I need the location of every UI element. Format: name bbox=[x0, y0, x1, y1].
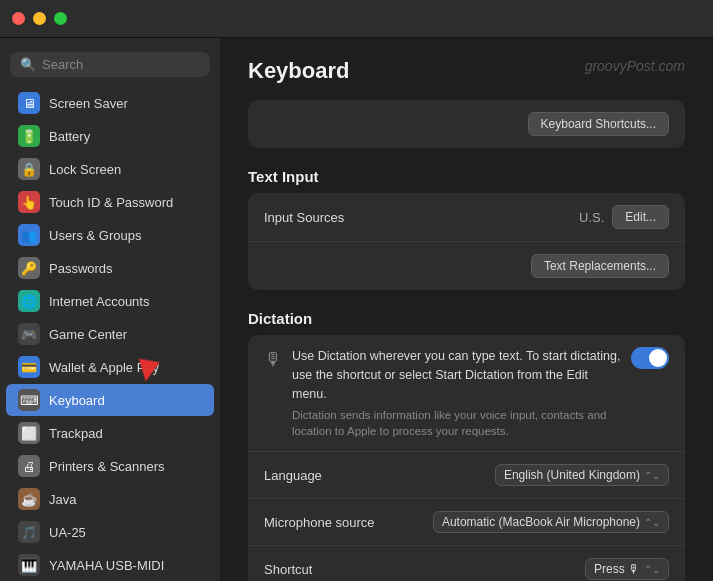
sidebar-item-passwords[interactable]: 🔑Passwords bbox=[6, 252, 214, 284]
dictation-title: Dictation bbox=[248, 310, 685, 327]
ua-25-icon: 🎵 bbox=[18, 521, 40, 543]
users-groups-label: Users & Groups bbox=[49, 228, 141, 243]
close-button[interactable] bbox=[12, 12, 25, 25]
touch-id-label: Touch ID & Password bbox=[49, 195, 173, 210]
internet-accounts-icon: 🌐 bbox=[18, 290, 40, 312]
game-center-label: Game Center bbox=[49, 327, 127, 342]
main-layout: 🔍 🖥Screen Saver🔋Battery🔒Lock Screen👆Touc… bbox=[0, 38, 713, 581]
screen-saver-icon: 🖥 bbox=[18, 92, 40, 114]
printers-scanners-icon: 🖨 bbox=[18, 455, 40, 477]
text-replacements-button[interactable]: Text Replacements... bbox=[531, 254, 669, 278]
printers-scanners-label: Printers & Scanners bbox=[49, 459, 165, 474]
wallet-pay-label: Wallet & Apple Pay bbox=[49, 360, 159, 375]
shortcuts-row: Keyboard Shortcuts... bbox=[248, 100, 685, 148]
sidebar-item-trackpad[interactable]: ⬜Trackpad bbox=[6, 417, 214, 449]
shortcut-select[interactable]: Press 🎙 ⌃⌄ bbox=[585, 558, 669, 580]
search-icon: 🔍 bbox=[20, 57, 36, 72]
dictation-section: Dictation 🎙 Use Dictation wherever you c… bbox=[248, 310, 685, 581]
dictation-sub-text: Dictation sends information like your vo… bbox=[292, 407, 621, 439]
mic-source-label: Microphone source bbox=[264, 515, 433, 530]
sidebar-items-container: 🖥Screen Saver🔋Battery🔒Lock Screen👆Touch … bbox=[0, 87, 220, 581]
input-sources-label: Input Sources bbox=[264, 210, 579, 225]
microphone-icon: 🎙 bbox=[264, 349, 282, 370]
sidebar-item-internet-accounts[interactable]: 🌐Internet Accounts bbox=[6, 285, 214, 317]
lock-screen-label: Lock Screen bbox=[49, 162, 121, 177]
language-value: English (United Kingdom) bbox=[504, 468, 640, 482]
trackpad-icon: ⬜ bbox=[18, 422, 40, 444]
input-sources-value: U.S. bbox=[579, 210, 604, 225]
internet-accounts-label: Internet Accounts bbox=[49, 294, 149, 309]
language-label: Language bbox=[264, 468, 495, 483]
sidebar-item-lock-screen[interactable]: 🔒Lock Screen bbox=[6, 153, 214, 185]
screen-saver-label: Screen Saver bbox=[49, 96, 128, 111]
sidebar-item-screen-saver[interactable]: 🖥Screen Saver bbox=[6, 87, 214, 119]
keyboard-shortcuts-section: Keyboard Shortcuts... bbox=[248, 100, 685, 148]
language-chevron-icon: ⌃⌄ bbox=[644, 470, 660, 481]
touch-id-icon: 👆 bbox=[18, 191, 40, 213]
minimize-button[interactable] bbox=[33, 12, 46, 25]
mic-source-chevron-icon: ⌃⌄ bbox=[644, 517, 660, 528]
game-center-icon: 🎮 bbox=[18, 323, 40, 345]
sidebar-item-wallet-pay[interactable]: 💳Wallet & Apple Pay bbox=[6, 351, 214, 383]
battery-icon: 🔋 bbox=[18, 125, 40, 147]
watermark: groovyPost.com bbox=[585, 58, 685, 74]
traffic-lights bbox=[12, 12, 67, 25]
java-label: Java bbox=[49, 492, 76, 507]
ua-25-label: UA-25 bbox=[49, 525, 86, 540]
search-box[interactable]: 🔍 bbox=[10, 52, 210, 77]
dictation-main-text: Use Dictation wherever you can type text… bbox=[292, 347, 621, 403]
sidebar-item-users-groups[interactable]: 👥Users & Groups bbox=[6, 219, 214, 251]
wallet-pay-icon: 💳 bbox=[18, 356, 40, 378]
sidebar-item-printers-scanners[interactable]: 🖨Printers & Scanners bbox=[6, 450, 214, 482]
trackpad-label: Trackpad bbox=[49, 426, 103, 441]
mic-source-row: Microphone source Automatic (MacBook Air… bbox=[248, 499, 685, 546]
edit-button[interactable]: Edit... bbox=[612, 205, 669, 229]
keyboard-shortcuts-button[interactable]: Keyboard Shortcuts... bbox=[528, 112, 669, 136]
shortcut-row: Shortcut Press 🎙 ⌃⌄ bbox=[248, 546, 685, 581]
mic-source-value: Automatic (MacBook Air Microphone) bbox=[442, 515, 640, 529]
keyboard-label: Keyboard bbox=[49, 393, 105, 408]
text-input-card: Input Sources U.S. Edit... Text Replacem… bbox=[248, 193, 685, 290]
mic-source-select[interactable]: Automatic (MacBook Air Microphone) ⌃⌄ bbox=[433, 511, 669, 533]
shortcut-chevron-icon: ⌃⌄ bbox=[644, 564, 660, 575]
maximize-button[interactable] bbox=[54, 12, 67, 25]
yamaha-midi-icon: 🎹 bbox=[18, 554, 40, 576]
users-groups-icon: 👥 bbox=[18, 224, 40, 246]
sidebar-item-yamaha-midi[interactable]: 🎹YAMAHA USB-MIDI bbox=[6, 549, 214, 581]
shortcut-value: Press 🎙 bbox=[594, 562, 640, 576]
java-icon: ☕ bbox=[18, 488, 40, 510]
dictation-card: 🎙 Use Dictation wherever you can type te… bbox=[248, 335, 685, 581]
content-area: groovyPost.com Keyboard Keyboard Shortcu… bbox=[220, 38, 713, 581]
title-bar bbox=[0, 0, 713, 38]
language-row: Language English (United Kingdom) ⌃⌄ bbox=[248, 452, 685, 499]
language-select[interactable]: English (United Kingdom) ⌃⌄ bbox=[495, 464, 669, 486]
passwords-icon: 🔑 bbox=[18, 257, 40, 279]
sidebar-item-keyboard[interactable]: ⌨Keyboard bbox=[6, 384, 214, 416]
sidebar-item-java[interactable]: ☕Java bbox=[6, 483, 214, 515]
dictation-toggle[interactable] bbox=[631, 347, 669, 369]
sidebar-item-touch-id[interactable]: 👆Touch ID & Password bbox=[6, 186, 214, 218]
text-replacements-row: Text Replacements... bbox=[248, 242, 685, 290]
text-input-section: Text Input Input Sources U.S. Edit... Te… bbox=[248, 168, 685, 290]
passwords-label: Passwords bbox=[49, 261, 113, 276]
shortcut-label: Shortcut bbox=[264, 562, 585, 577]
battery-label: Battery bbox=[49, 129, 90, 144]
sidebar-item-battery[interactable]: 🔋Battery bbox=[6, 120, 214, 152]
text-input-title: Text Input bbox=[248, 168, 685, 185]
input-sources-row: Input Sources U.S. Edit... bbox=[248, 193, 685, 242]
dictation-text-block: Use Dictation wherever you can type text… bbox=[292, 347, 621, 439]
sidebar-item-ua-25[interactable]: 🎵UA-25 bbox=[6, 516, 214, 548]
lock-screen-icon: 🔒 bbox=[18, 158, 40, 180]
sidebar: 🔍 🖥Screen Saver🔋Battery🔒Lock Screen👆Touc… bbox=[0, 38, 220, 581]
dictation-toggle-row: 🎙 Use Dictation wherever you can type te… bbox=[248, 335, 685, 452]
yamaha-midi-label: YAMAHA USB-MIDI bbox=[49, 558, 164, 573]
keyboard-icon: ⌨ bbox=[18, 389, 40, 411]
search-input[interactable] bbox=[42, 57, 200, 72]
sidebar-item-game-center[interactable]: 🎮Game Center bbox=[6, 318, 214, 350]
